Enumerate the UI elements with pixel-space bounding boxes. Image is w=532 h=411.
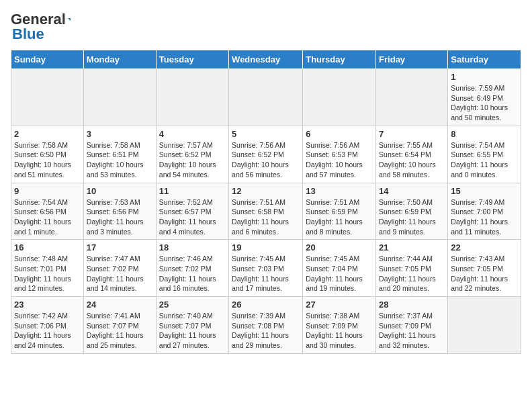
- page-header: General Blue: [11, 11, 521, 43]
- col-header-sunday: Sunday: [11, 50, 84, 69]
- calendar-cell: 27Sunrise: 7:38 AM Sunset: 7:09 PM Dayli…: [303, 297, 376, 354]
- col-header-thursday: Thursday: [303, 50, 376, 69]
- cell-info: Sunrise: 7:46 AM Sunset: 7:02 PM Dayligh…: [159, 254, 226, 293]
- calendar-cell: 21Sunrise: 7:44 AM Sunset: 7:05 PM Dayli…: [376, 240, 448, 297]
- calendar-cell: [448, 297, 521, 354]
- calendar-cell: 12Sunrise: 7:51 AM Sunset: 6:58 PM Dayli…: [229, 183, 303, 240]
- calendar-cell: 17Sunrise: 7:47 AM Sunset: 7:02 PM Dayli…: [83, 240, 156, 297]
- calendar-cell: 10Sunrise: 7:53 AM Sunset: 6:56 PM Dayli…: [83, 183, 156, 240]
- calendar-cell: 1Sunrise: 7:59 AM Sunset: 6:49 PM Daylig…: [448, 69, 521, 126]
- day-number: 25: [159, 300, 226, 310]
- calendar-cell: 20Sunrise: 7:45 AM Sunset: 7:04 PM Dayli…: [303, 240, 376, 297]
- week-row-4: 16Sunrise: 7:48 AM Sunset: 7:01 PM Dayli…: [11, 240, 521, 297]
- cell-info: Sunrise: 7:55 AM Sunset: 6:54 PM Dayligh…: [379, 140, 445, 180]
- cell-info: Sunrise: 7:44 AM Sunset: 7:05 PM Dayligh…: [379, 254, 445, 293]
- day-number: 23: [14, 300, 81, 310]
- calendar-cell: 22Sunrise: 7:43 AM Sunset: 7:05 PM Dayli…: [448, 240, 521, 297]
- calendar-cell: 13Sunrise: 7:51 AM Sunset: 6:59 PM Dayli…: [303, 183, 376, 240]
- day-number: 22: [451, 242, 518, 253]
- cell-info: Sunrise: 7:54 AM Sunset: 6:56 PM Dayligh…: [14, 197, 81, 237]
- day-number: 26: [232, 300, 300, 310]
- week-row-5: 23Sunrise: 7:42 AM Sunset: 7:06 PM Dayli…: [11, 297, 521, 354]
- calendar-cell: 24Sunrise: 7:41 AM Sunset: 7:07 PM Dayli…: [83, 297, 156, 354]
- week-row-2: 2Sunrise: 7:58 AM Sunset: 6:50 PM Daylig…: [11, 126, 521, 183]
- cell-info: Sunrise: 7:54 AM Sunset: 6:55 PM Dayligh…: [451, 140, 518, 180]
- cell-info: Sunrise: 7:45 AM Sunset: 7:03 PM Dayligh…: [232, 254, 300, 293]
- cell-info: Sunrise: 7:40 AM Sunset: 7:07 PM Dayligh…: [159, 311, 226, 351]
- calendar-cell: 28Sunrise: 7:37 AM Sunset: 7:09 PM Dayli…: [376, 297, 448, 354]
- cell-info: Sunrise: 7:48 AM Sunset: 7:01 PM Dayligh…: [14, 254, 81, 293]
- calendar-cell: [156, 69, 228, 126]
- svg-marker-0: [68, 18, 71, 21]
- day-number: 13: [306, 186, 373, 196]
- day-number: 17: [87, 242, 153, 253]
- cell-info: Sunrise: 7:51 AM Sunset: 6:58 PM Dayligh…: [232, 197, 300, 237]
- col-header-saturday: Saturday: [448, 50, 521, 69]
- cell-info: Sunrise: 7:42 AM Sunset: 7:06 PM Dayligh…: [14, 311, 81, 351]
- calendar-cell: 6Sunrise: 7:56 AM Sunset: 6:53 PM Daylig…: [303, 126, 376, 183]
- day-number: 8: [451, 129, 518, 139]
- calendar-cell: [83, 69, 156, 126]
- cell-info: Sunrise: 7:53 AM Sunset: 6:56 PM Dayligh…: [87, 197, 153, 237]
- day-number: 1: [451, 72, 518, 82]
- day-number: 16: [14, 242, 81, 253]
- logo-arrow-icon: [67, 12, 71, 27]
- cell-info: Sunrise: 7:56 AM Sunset: 6:52 PM Dayligh…: [232, 140, 300, 180]
- cell-info: Sunrise: 7:58 AM Sunset: 6:51 PM Dayligh…: [87, 140, 153, 180]
- day-number: 21: [379, 242, 445, 253]
- logo: General Blue: [11, 11, 71, 43]
- calendar-cell: [303, 69, 376, 126]
- day-number: 9: [14, 186, 81, 196]
- cell-info: Sunrise: 7:56 AM Sunset: 6:53 PM Dayligh…: [306, 140, 373, 180]
- col-header-tuesday: Tuesday: [156, 50, 228, 69]
- cell-info: Sunrise: 7:45 AM Sunset: 7:04 PM Dayligh…: [306, 254, 373, 293]
- day-number: 18: [159, 242, 226, 253]
- calendar-cell: 19Sunrise: 7:45 AM Sunset: 7:03 PM Dayli…: [229, 240, 303, 297]
- calendar-cell: 4Sunrise: 7:57 AM Sunset: 6:52 PM Daylig…: [156, 126, 228, 183]
- calendar-cell: 5Sunrise: 7:56 AM Sunset: 6:52 PM Daylig…: [229, 126, 303, 183]
- calendar-cell: 8Sunrise: 7:54 AM Sunset: 6:55 PM Daylig…: [448, 126, 521, 183]
- day-number: 6: [306, 129, 373, 139]
- day-number: 4: [159, 129, 226, 139]
- day-number: 5: [232, 129, 300, 139]
- cell-info: Sunrise: 7:57 AM Sunset: 6:52 PM Dayligh…: [159, 140, 226, 180]
- cell-info: Sunrise: 7:37 AM Sunset: 7:09 PM Dayligh…: [379, 311, 445, 351]
- cell-info: Sunrise: 7:43 AM Sunset: 7:05 PM Dayligh…: [451, 254, 518, 293]
- cell-info: Sunrise: 7:51 AM Sunset: 6:59 PM Dayligh…: [306, 197, 373, 237]
- calendar-cell: 16Sunrise: 7:48 AM Sunset: 7:01 PM Dayli…: [11, 240, 84, 297]
- calendar-cell: 3Sunrise: 7:58 AM Sunset: 6:51 PM Daylig…: [83, 126, 156, 183]
- day-number: 27: [306, 300, 373, 310]
- calendar-cell: 18Sunrise: 7:46 AM Sunset: 7:02 PM Dayli…: [156, 240, 228, 297]
- calendar-table: SundayMondayTuesdayWednesdayThursdayFrid…: [11, 50, 521, 354]
- day-number: 10: [87, 186, 153, 196]
- cell-info: Sunrise: 7:49 AM Sunset: 7:00 PM Dayligh…: [451, 197, 518, 237]
- day-number: 3: [87, 129, 153, 139]
- day-number: 28: [379, 300, 445, 310]
- col-header-monday: Monday: [83, 50, 156, 69]
- calendar-cell: 25Sunrise: 7:40 AM Sunset: 7:07 PM Dayli…: [156, 297, 228, 354]
- calendar-cell: 23Sunrise: 7:42 AM Sunset: 7:06 PM Dayli…: [11, 297, 84, 354]
- calendar-cell: 2Sunrise: 7:58 AM Sunset: 6:50 PM Daylig…: [11, 126, 84, 183]
- day-number: 2: [14, 129, 81, 139]
- calendar-cell: 11Sunrise: 7:52 AM Sunset: 6:57 PM Dayli…: [156, 183, 228, 240]
- cell-info: Sunrise: 7:47 AM Sunset: 7:02 PM Dayligh…: [87, 254, 153, 293]
- cell-info: Sunrise: 7:41 AM Sunset: 7:07 PM Dayligh…: [87, 311, 153, 351]
- col-header-wednesday: Wednesday: [229, 50, 303, 69]
- calendar-cell: 15Sunrise: 7:49 AM Sunset: 7:00 PM Dayli…: [448, 183, 521, 240]
- cell-info: Sunrise: 7:39 AM Sunset: 7:08 PM Dayligh…: [232, 311, 300, 351]
- cell-info: Sunrise: 7:52 AM Sunset: 6:57 PM Dayligh…: [159, 197, 226, 237]
- calendar-cell: 14Sunrise: 7:50 AM Sunset: 6:59 PM Dayli…: [376, 183, 448, 240]
- calendar-cell: [376, 69, 448, 126]
- cell-info: Sunrise: 7:38 AM Sunset: 7:09 PM Dayligh…: [306, 311, 373, 351]
- calendar-cell: [229, 69, 303, 126]
- day-number: 15: [451, 186, 518, 196]
- day-number: 7: [379, 129, 445, 139]
- week-row-3: 9Sunrise: 7:54 AM Sunset: 6:56 PM Daylig…: [11, 183, 521, 240]
- day-number: 24: [87, 300, 153, 310]
- calendar-cell: 7Sunrise: 7:55 AM Sunset: 6:54 PM Daylig…: [376, 126, 448, 183]
- cell-info: Sunrise: 7:58 AM Sunset: 6:50 PM Dayligh…: [14, 140, 81, 180]
- cell-info: Sunrise: 7:50 AM Sunset: 6:59 PM Dayligh…: [379, 197, 445, 237]
- calendar-cell: [11, 69, 84, 126]
- cell-info: Sunrise: 7:59 AM Sunset: 6:49 PM Dayligh…: [451, 83, 518, 123]
- week-row-1: 1Sunrise: 7:59 AM Sunset: 6:49 PM Daylig…: [11, 69, 521, 126]
